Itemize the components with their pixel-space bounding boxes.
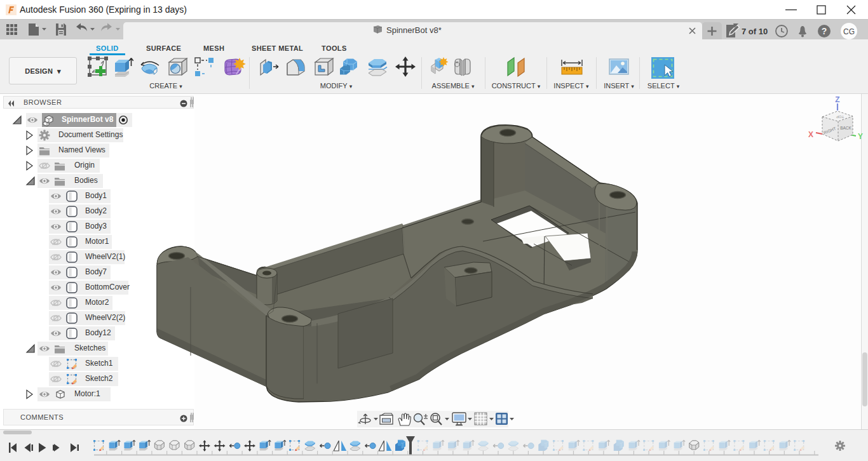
svg-text:X: X bbox=[808, 130, 813, 139]
svg-text:TOP: TOP bbox=[836, 115, 844, 119]
svg-text:Z: Z bbox=[835, 95, 839, 104]
svg-text:BACK: BACK bbox=[840, 126, 851, 130]
svg-text:Y: Y bbox=[858, 132, 863, 141]
